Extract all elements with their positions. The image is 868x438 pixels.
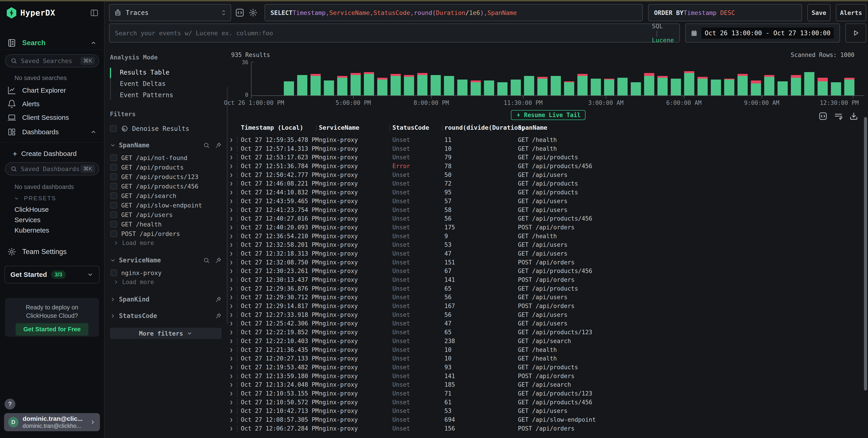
- saved-searches-input[interactable]: Saved Searches ⌘K: [5, 54, 99, 67]
- table-row[interactable]: ❯Oct 27 12:46:08.221 PMnginx-proxyUnset7…: [228, 179, 868, 188]
- histogram-bar[interactable]: [524, 76, 534, 95]
- histogram-bar[interactable]: [644, 73, 654, 95]
- filter-item[interactable]: GET /api/products/456: [110, 181, 222, 191]
- help-button[interactable]: ?: [4, 399, 16, 409]
- histogram-bar[interactable]: [844, 78, 855, 95]
- row-expand-icon[interactable]: ❯: [230, 162, 233, 171]
- table-row[interactable]: ❯Oct 27 12:40:27.016 PMnginx-proxyUnset5…: [228, 214, 868, 223]
- histogram-bar[interactable]: [578, 74, 588, 95]
- table-row[interactable]: ❯Oct 27 12:32:18.313 PMnginx-proxyUnset4…: [228, 249, 868, 258]
- histogram-bar[interactable]: [311, 74, 321, 95]
- table-row[interactable]: ❯Oct 27 12:10:42.713 PMnginx-proxyUnset5…: [228, 407, 868, 415]
- table-row[interactable]: ❯Oct 27 12:32:58.201 PMnginx-proxyUnset5…: [228, 240, 868, 249]
- filter-item[interactable]: GET /api/users: [110, 210, 222, 220]
- row-expand-icon[interactable]: ❯: [230, 345, 233, 355]
- denoise-checkbox[interactable]: [110, 125, 117, 132]
- table-row[interactable]: ❯Oct 27 12:50:42.777 PMnginx-proxyUnset5…: [228, 171, 868, 179]
- table-row[interactable]: ❯Oct 27 12:44:10.832 PMnginx-proxyUnset9…: [228, 188, 868, 197]
- histogram-bar[interactable]: [617, 78, 628, 95]
- filter-item-checkbox[interactable]: [111, 173, 117, 180]
- filter-search-icon[interactable]: [203, 257, 210, 264]
- wrap-lines-button[interactable]: [834, 111, 843, 121]
- row-expand-icon[interactable]: ❯: [230, 372, 233, 380]
- table-row[interactable]: ❯Oct 27 12:06:27.284 PMnginx-proxyUnset1…: [228, 424, 868, 433]
- view-source-button[interactable]: [818, 111, 828, 121]
- filter-group-header[interactable]: SpanKind: [110, 296, 222, 303]
- table-row[interactable]: ❯Oct 27 12:36:54.210 PMnginx-proxyUnset9…: [228, 232, 868, 241]
- filter-pin-icon[interactable]: [215, 142, 222, 149]
- filter-group-header[interactable]: SpanName: [110, 141, 222, 149]
- table-row[interactable]: ❯Oct 27 12:32:08.750 PMnginx-proxyUnset1…: [228, 258, 868, 267]
- table-row[interactable]: ❯Oct 27 12:22:10.403 PMnginx-proxyUnset2…: [228, 337, 868, 345]
- user-menu[interactable]: D dominic.tran@clic... dominic.tran@clic…: [4, 413, 100, 431]
- histogram-bar[interactable]: [564, 81, 574, 95]
- get-started-card[interactable]: Get Started 3/3: [4, 266, 99, 283]
- filter-item-checkbox[interactable]: [111, 164, 117, 171]
- row-expand-icon[interactable]: ❯: [230, 310, 233, 319]
- select-query-input[interactable]: SELECT Timestamp,ServiceName,StatusCode,…: [265, 4, 643, 21]
- histogram-bar[interactable]: [831, 82, 841, 95]
- row-expand-icon[interactable]: ❯: [230, 293, 233, 302]
- histogram-bar[interactable]: [684, 71, 694, 95]
- row-expand-icon[interactable]: ❯: [230, 302, 233, 310]
- col-header-timestamp[interactable]: Timestamp (Local): [241, 124, 303, 131]
- table-row[interactable]: ❯Oct 27 12:27:33.918 PMnginx-proxyUnset5…: [228, 310, 868, 319]
- code-view-button[interactable]: [235, 8, 245, 18]
- filter-item-checkbox[interactable]: [111, 269, 117, 276]
- table-row[interactable]: ❯Oct 27 12:51:36.784 PMnginx-proxyError7…: [228, 162, 868, 171]
- histogram-bar[interactable]: [457, 79, 467, 95]
- filter-item[interactable]: GET /health: [110, 220, 222, 229]
- table-row[interactable]: ❯Oct 27 12:59:35.478 PMnginx-proxyUnset1…: [228, 136, 868, 144]
- table-row[interactable]: ❯Oct 27 12:53:17.623 PMnginx-proxyUnset7…: [228, 153, 868, 162]
- table-row[interactable]: ❯Oct 27 12:41:23.754 PMnginx-proxyUnset5…: [228, 206, 868, 214]
- histogram-bar[interactable]: [778, 81, 788, 95]
- row-expand-icon[interactable]: ❯: [230, 249, 233, 258]
- table-row[interactable]: ❯Oct 27 12:19:53.482 PMnginx-proxyUnset9…: [228, 363, 868, 372]
- histogram-bar[interactable]: [471, 80, 481, 95]
- query-settings-gear-icon[interactable]: [248, 8, 258, 18]
- filter-group-header[interactable]: StatusCode: [110, 312, 222, 319]
- analysis-mode-option[interactable]: Event Deltas: [115, 78, 222, 89]
- histogram-bar[interactable]: [738, 74, 748, 95]
- histogram-bar[interactable]: [711, 79, 721, 95]
- histogram-bar[interactable]: [817, 78, 828, 95]
- histogram-bar[interactable]: [551, 76, 561, 95]
- download-button[interactable]: [849, 111, 859, 121]
- histogram-bar[interactable]: [391, 74, 401, 95]
- filter-search-icon[interactable]: [203, 142, 210, 149]
- table-row[interactable]: ❯Oct 27 12:30:23.261 PMnginx-proxyUnset6…: [228, 267, 868, 275]
- row-expand-icon[interactable]: ❯: [230, 267, 233, 275]
- table-row[interactable]: ❯Oct 27 12:20:27.133 PMnginx-proxyUnset1…: [228, 354, 868, 363]
- row-expand-icon[interactable]: ❯: [230, 214, 233, 223]
- row-expand-icon[interactable]: ❯: [230, 407, 233, 415]
- histogram-bar[interactable]: [511, 79, 521, 95]
- analysis-mode-option[interactable]: Event Patterns: [115, 89, 222, 101]
- row-expand-icon[interactable]: ❯: [230, 328, 233, 337]
- histogram-bar[interactable]: [284, 81, 294, 95]
- get-started-for-free-button[interactable]: Get Started for Free: [16, 323, 88, 336]
- preset-services[interactable]: Services: [14, 216, 40, 224]
- table-row[interactable]: ❯Oct 27 12:21:36.435 PMnginx-proxyUnset1…: [228, 345, 868, 355]
- histogram-bar[interactable]: [751, 80, 761, 95]
- table-row[interactable]: ❯Oct 27 12:10:53.155 PMnginx-proxyUnset7…: [228, 389, 868, 398]
- histogram-bar[interactable]: [377, 78, 388, 95]
- table-row[interactable]: ❯Oct 27 12:29:36.876 PMnginx-proxyUnset6…: [228, 284, 868, 293]
- histogram-bar[interactable]: [364, 72, 374, 95]
- row-expand-icon[interactable]: ❯: [230, 389, 233, 398]
- sidebar-item-chart-explorer[interactable]: Chart Explorer: [0, 85, 104, 96]
- row-expand-icon[interactable]: ❯: [230, 144, 233, 153]
- filter-item[interactable]: GET /api/search: [110, 191, 222, 200]
- row-expand-icon[interactable]: ❯: [230, 424, 233, 433]
- load-more-button[interactable]: Load more: [110, 238, 222, 247]
- table-row[interactable]: ❯Oct 27 12:43:59.465 PMnginx-proxyUnset5…: [228, 197, 868, 206]
- presets-toggle[interactable]: PRESETS: [13, 195, 56, 202]
- histogram-bar[interactable]: [484, 80, 494, 95]
- row-expand-icon[interactable]: ❯: [230, 415, 233, 424]
- filter-item-checkbox[interactable]: [111, 230, 117, 237]
- filter-pin-icon[interactable]: [215, 312, 222, 319]
- histogram-bar[interactable]: [337, 76, 347, 95]
- sidebar-item-team-settings[interactable]: Team Settings: [0, 246, 104, 258]
- table-row[interactable]: ❯Oct 27 12:08:57.305 PMnginx-proxyUnset6…: [228, 415, 868, 424]
- table-row[interactable]: ❯Oct 27 12:57:14.313 PMnginx-proxyUnset1…: [228, 144, 868, 153]
- row-expand-icon[interactable]: ❯: [230, 171, 233, 179]
